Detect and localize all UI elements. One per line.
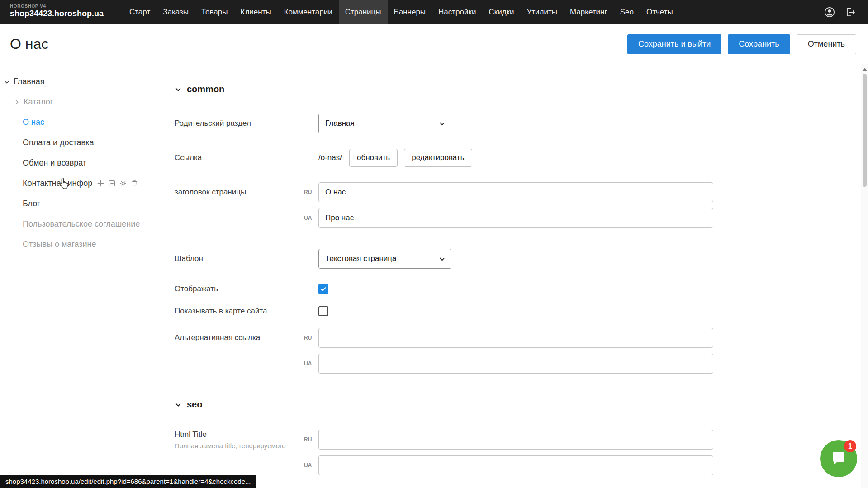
sidebar-item-label: Оплата и доставка [23,138,94,147]
scrollbar-thumb[interactable] [863,74,867,187]
html-title-ua-input[interactable] [318,455,713,475]
vertical-scrollbar[interactable] [861,64,868,488]
brand-version-label: HOROSHOP V4 [10,4,114,9]
main-layout: Главная Каталог О нас Оплата и доставка … [0,64,868,488]
link-refresh-button[interactable]: обновить [349,149,398,167]
nav-item-pages[interactable]: Страницы [339,0,388,24]
sidebar-item-kontaktnaya-infor[interactable]: Контактная инфор [0,173,159,194]
lang-ru-badge: RU [304,436,318,443]
top-navigation-bar: HOROSHOP V4 shop34423.horoshop.ua Старт … [0,0,868,24]
nav-item-seo[interactable]: Seo [614,0,640,24]
check-icon [320,286,327,292]
page-title-label: заголовок страницы [175,188,304,197]
nav-item-orders[interactable]: Заказы [157,0,195,24]
nav-item-utilities[interactable]: Утилиты [521,0,564,24]
add-icon[interactable] [108,180,116,187]
top-menu: Старт Заказы Товары Клиенты Комментарии … [123,0,679,24]
delete-icon[interactable] [131,180,138,187]
page-header: О нас Сохранить и выйти Сохранить Отмени… [0,24,868,64]
lang-ua-badge: UA [304,215,318,221]
brand-logo[interactable]: HOROSHOP V4 shop34423.horoshop.ua [0,0,123,24]
field-template: Шаблон Текстовая страница [175,249,868,269]
account-icon[interactable] [824,6,835,18]
section-common-title: common [187,84,224,95]
link-label: Ссылка [175,153,318,162]
page-edit-form: common Родительский раздел Главная Ссылк… [159,64,868,488]
html-title-ru-input[interactable] [318,430,713,450]
topbar-icons [824,0,868,24]
sidebar-item-label: Блог [23,199,40,208]
scrollbar-up-arrow-icon[interactable] [863,68,867,71]
sidebar-item-o-nas[interactable]: О нас [0,112,159,133]
sidebar-item-label: Главная [14,77,45,86]
field-alt-link-ru: Альтернативная ссылка RU [175,328,868,348]
nav-item-clients[interactable]: Клиенты [234,0,278,24]
field-display: Отображать [175,284,868,294]
sidebar-item-katalog[interactable]: Каталог [0,92,159,112]
nav-item-banners[interactable]: Баннеры [388,0,432,24]
sidebar-item-label: Контактная инфор [23,179,92,188]
logout-icon[interactable] [844,6,856,18]
html-title-label: Html Title [175,430,304,439]
chevron-down-icon [175,401,182,408]
section-common-header[interactable]: common [175,84,868,95]
sidebar-item-blog[interactable]: Блог [0,194,159,214]
html-title-hint: Полная замена title, генерируемого [175,442,304,450]
sidebar-item-label: Каталог [24,97,53,107]
lang-ua-badge: UA [304,462,318,469]
chevron-down-icon [439,120,446,127]
sitemap-checkbox[interactable] [318,306,328,316]
tree-row-actions [97,180,138,187]
template-label: Шаблон [175,254,318,263]
template-select[interactable]: Текстовая страница [318,249,451,269]
header-actions: Сохранить и выйти Сохранить Отменить [627,34,856,54]
display-label: Отображать [175,284,318,294]
chat-bubble-icon [830,450,847,467]
nav-item-settings[interactable]: Настройки [432,0,482,24]
save-and-exit-button[interactable]: Сохранить и выйти [627,34,721,54]
link-path: /o-nas/ [318,153,342,162]
parent-section-label: Родительский раздел [175,119,318,128]
field-page-title-ua: UA [175,208,868,228]
alt-link-ua-input[interactable] [318,354,713,374]
display-checkbox[interactable] [318,284,328,294]
field-html-title-ua: UA [175,455,868,475]
status-bar-url: shop34423.horoshop.ua/edit/edit.php?id=6… [0,475,256,488]
parent-section-select[interactable]: Главная [318,114,451,133]
chat-unread-badge: 1 [844,440,856,452]
parent-section-value: Главная [325,119,355,128]
nav-item-marketing[interactable]: Маркетинг [564,0,614,24]
brand-domain-label: shop34423.horoshop.ua [10,9,114,19]
lang-ua-badge: UA [304,360,318,367]
alt-link-ru-input[interactable] [318,328,713,348]
lang-ru-badge: RU [304,335,318,341]
chat-widget-button[interactable]: 1 [820,440,857,477]
nav-item-discounts[interactable]: Скидки [482,0,520,24]
field-html-title-ru: Html Title Полная замена title, генериру… [175,430,868,450]
link-edit-button[interactable]: редактировать [404,149,472,167]
nav-item-products[interactable]: Товары [195,0,234,24]
chevron-down-icon[interactable] [4,79,10,85]
nav-item-start[interactable]: Старт [123,0,157,24]
chevron-down-icon [175,86,182,93]
page-title: О нас [10,36,48,52]
chevron-down-icon [439,256,446,262]
save-button[interactable]: Сохранить [728,34,790,54]
section-seo-header[interactable]: seo [175,399,868,410]
html-title-label-block: Html Title Полная замена title, генериру… [175,430,304,450]
sidebar-item-obmen-i-vozvrat[interactable]: Обмен и возврат [0,153,159,173]
sidebar-item-polzovatelskoe-soglashenie[interactable]: Пользовательское соглашение [0,214,159,234]
sidebar-item-otzyvy-o-magazine[interactable]: Отзывы о магазине [0,234,159,255]
sidebar-item-label: Обмен и возврат [23,158,86,168]
move-icon[interactable] [97,180,104,187]
cancel-button[interactable]: Отменить [797,34,856,54]
settings-icon[interactable] [119,180,127,187]
nav-item-comments[interactable]: Комментарии [278,0,339,24]
chevron-right-icon[interactable] [14,99,20,105]
field-alt-link-ua: UA [175,354,868,374]
sidebar-item-oplata-i-dostavka[interactable]: Оплата и доставка [0,133,159,153]
page-title-ru-input[interactable] [318,182,713,202]
page-title-ua-input[interactable] [318,208,713,228]
sidebar-item-glavnaya[interactable]: Главная [0,71,159,92]
nav-item-reports[interactable]: Отчеты [640,0,679,24]
